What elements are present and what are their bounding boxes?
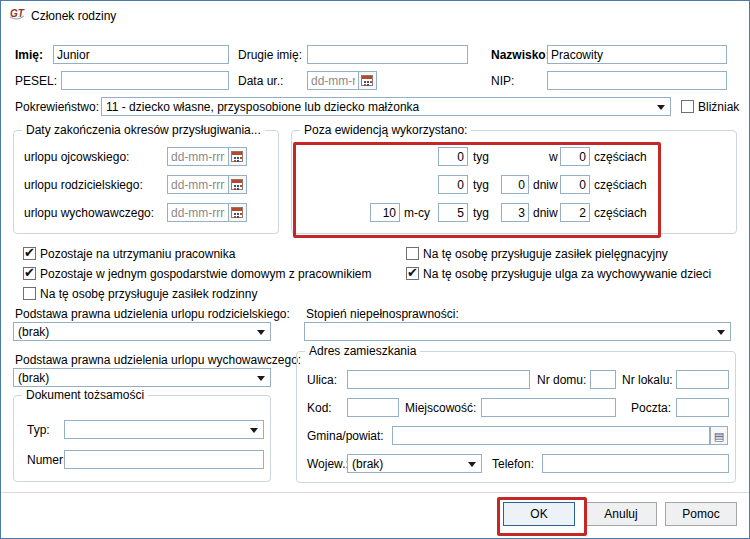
child-tax-relief-checkbox[interactable]: [406, 267, 419, 280]
house-number-input[interactable]: [590, 370, 616, 389]
row3-weeks-input[interactable]: [438, 203, 468, 222]
relationship-select[interactable]: 11 - dziecko własne, przysposobione lub …: [101, 97, 671, 116]
row2-days-input[interactable]: [501, 175, 529, 194]
list-icon: ▤: [714, 430, 724, 442]
parts-unit-label: częściach: [594, 178, 647, 192]
group-identity-document-title: Dokument tożsamości: [22, 388, 148, 402]
chevron-down-icon: [468, 462, 476, 467]
in-label: w: [549, 178, 558, 192]
twin-checkbox[interactable]: [681, 100, 694, 113]
province-select[interactable]: (brak): [347, 454, 482, 473]
first-name-input[interactable]: [53, 45, 229, 64]
post-office-label: Poczta:: [631, 401, 671, 415]
child-tax-relief-label: Na tę osobę przysługuje ulga za wychowyw…: [423, 267, 711, 281]
childcare-leave-date-input[interactable]: [167, 203, 229, 222]
paternity-leave-date-label: urlopu ojcowskiego:: [24, 150, 129, 164]
street-input[interactable]: [347, 370, 530, 389]
cancel-button[interactable]: Anuluj: [585, 502, 657, 526]
province-label: Wojew.:: [307, 457, 349, 471]
city-label: Miejscowość:: [405, 401, 476, 415]
care-benefit-label: Na tę osobę przysługuje zasiłek pielęgna…: [423, 247, 668, 261]
parental-leave-legal-basis-select[interactable]: (brak): [13, 322, 271, 341]
disability-degree-select[interactable]: [304, 322, 731, 341]
childcare-leave-calendar-button[interactable]: [229, 203, 247, 222]
care-benefit-checkbox[interactable]: [406, 247, 419, 260]
pesel-input[interactable]: [61, 71, 229, 90]
apartment-number-label: Nr lokalu:: [622, 373, 673, 387]
birth-date-label: Data ur.:: [238, 74, 283, 88]
family-benefit-checkbox[interactable]: [23, 287, 36, 300]
district-input[interactable]: [392, 426, 710, 445]
ok-button[interactable]: OK: [503, 502, 575, 526]
apartment-number-input[interactable]: [676, 370, 729, 389]
row1-weeks-input[interactable]: [438, 147, 468, 166]
family-benefit-label: Na tę osobę przysługuje zasiłek rodzinny: [40, 287, 257, 301]
titlebar[interactable]: GT Członek rodziny: [1, 1, 749, 29]
nip-input[interactable]: [547, 71, 727, 90]
nip-label: NIP:: [491, 74, 514, 88]
row2-parts-input[interactable]: [560, 175, 590, 194]
pesel-label: PESEL:: [15, 74, 57, 88]
parental-leave-legal-basis-label: Podstawa prawna udzielenia urlopu rodzic…: [15, 307, 290, 321]
row1-parts-input[interactable]: [560, 147, 590, 166]
phone-label: Telefon:: [492, 457, 534, 471]
first-name-label: Imię:: [15, 48, 43, 62]
district-lookup-button[interactable]: ▤: [710, 426, 728, 445]
svg-text:GT: GT: [10, 8, 25, 19]
childcare-leave-legal-basis-select[interactable]: (brak): [13, 368, 271, 387]
household-label: Pozostaje w jednym gospodarstwie domowym…: [40, 267, 371, 281]
days-unit-label: dni: [533, 206, 549, 220]
disability-degree-label: Stopień niepełnosprawności:: [306, 307, 459, 321]
help-button[interactable]: Pomoc: [665, 502, 737, 526]
postal-code-label: Kod:: [307, 401, 332, 415]
group-leave-end-dates: Daty zakończenia okresów przysługiwania.…: [13, 130, 279, 234]
row3-days-input[interactable]: [501, 203, 529, 222]
post-office-input[interactable]: [676, 398, 729, 417]
phone-input[interactable]: [542, 454, 729, 473]
street-label: Ulica:: [307, 373, 337, 387]
row3-months-input[interactable]: [370, 203, 400, 222]
last-name-input[interactable]: [547, 45, 727, 64]
paternity-leave-calendar-button[interactable]: [229, 147, 247, 166]
group-used-outside-records: Poza ewidencją wykorzystano: tyg w częśc…: [291, 130, 737, 234]
district-label: Gmina/powiat:: [307, 429, 384, 443]
parental-leave-calendar-button[interactable]: [229, 175, 247, 194]
parts-unit-label: częściach: [594, 206, 647, 220]
parental-leave-date-label: urlopu rodzicielskiego:: [24, 178, 143, 192]
birth-date-calendar-button[interactable]: [359, 71, 377, 90]
window-title: Członek rodziny: [31, 9, 116, 23]
city-input[interactable]: [481, 398, 616, 417]
parental-leave-legal-basis-value: (brak): [18, 325, 49, 339]
group-used-outside-records-title: Poza ewidencją wykorzystano:: [300, 123, 471, 137]
childcare-leave-date-label: urlopu wychowawczego:: [24, 206, 154, 220]
row2-weeks-input[interactable]: [438, 175, 468, 194]
paternity-leave-date-input[interactable]: [167, 147, 229, 166]
calendar-icon: [231, 207, 243, 218]
chevron-down-icon: [717, 330, 725, 335]
calendar-icon: [231, 151, 243, 162]
group-address-title: Adres zamieszkania: [305, 344, 420, 358]
calendar-icon: [361, 75, 373, 86]
row3-parts-input[interactable]: [560, 203, 590, 222]
relationship-value: 11 - dziecko własne, przysposobione lub …: [106, 100, 419, 114]
birth-date-input[interactable]: [307, 71, 359, 90]
middle-name-label: Drugie imię:: [238, 48, 302, 62]
house-number-label: Nr domu:: [537, 373, 586, 387]
last-name-label: Nazwisko:: [491, 48, 550, 62]
group-identity-document: Dokument tożsamości Typ: Numer:: [13, 395, 271, 482]
postal-code-input[interactable]: [347, 398, 399, 417]
doc-type-select[interactable]: [64, 420, 264, 439]
in-label: w: [549, 206, 558, 220]
province-value: (brak): [352, 457, 383, 471]
parental-leave-date-input[interactable]: [167, 175, 229, 194]
twin-label: Bliźniak: [698, 100, 739, 114]
middle-name-input[interactable]: [307, 45, 468, 64]
group-address: Adres zamieszkania Ulica: Nr domu: Nr lo…: [296, 351, 736, 483]
doc-number-input[interactable]: [64, 450, 264, 469]
chevron-down-icon: [250, 428, 258, 433]
chevron-down-icon: [257, 330, 265, 335]
doc-number-label: Numer:: [27, 453, 66, 467]
dependent-checkbox[interactable]: [23, 247, 36, 260]
household-checkbox[interactable]: [23, 267, 36, 280]
weeks-unit-label: tyg: [473, 150, 489, 164]
